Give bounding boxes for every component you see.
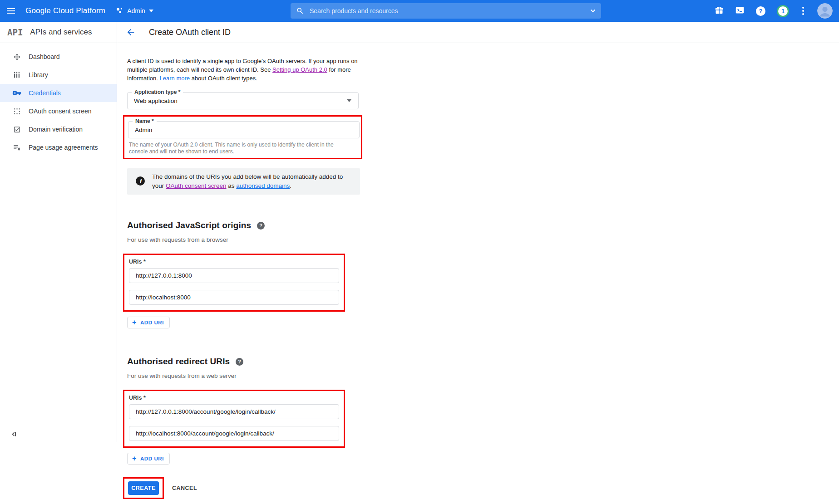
consent-screen-icon [12, 107, 21, 116]
learn-more-link[interactable]: Learn more [160, 75, 190, 82]
sidebar: Dashboard Library Credentials OAuth cons… [0, 43, 117, 504]
create-annotation-box: CREATE [123, 477, 164, 499]
sidebar-item-label: Credentials [29, 89, 61, 97]
name-helper-text: The name of your OAuth 2.0 client. This … [128, 142, 361, 155]
sidebar-item-label: Dashboard [29, 53, 60, 60]
sidebar-item-oauth-consent[interactable]: OAuth consent screen [0, 102, 117, 120]
js-origins-help-icon[interactable]: ? [257, 222, 265, 230]
sidebar-item-credentials[interactable]: Credentials [0, 84, 117, 102]
search-input[interactable] [310, 7, 590, 15]
redirect-uri-input[interactable] [129, 404, 339, 419]
application-type-value: Web application [134, 98, 347, 104]
topbar-actions: ? 1 [715, 0, 833, 22]
project-name: Admin [127, 7, 145, 15]
agreements-icon [12, 143, 21, 152]
back-arrow-icon[interactable] [125, 27, 136, 38]
chevron-down-icon [149, 10, 153, 12]
redirect-uris-section-header: Authorised redirect URIs ? [127, 357, 839, 367]
name-input[interactable] [128, 122, 360, 138]
api-logo: API [7, 27, 23, 37]
add-uri-label: ADD URI [140, 320, 164, 325]
authorised-domains-link[interactable]: authorised domains [236, 182, 290, 189]
product-header: API APIs and services Create OAuth clien… [0, 22, 839, 43]
product-header-left: API APIs and services [0, 27, 117, 37]
menu-icon[interactable] [0, 0, 22, 22]
sidebar-item-library[interactable]: Library [0, 66, 117, 84]
redirect-uris-annotation-box: URIs * [123, 390, 345, 448]
info-text-segment: . [290, 182, 291, 189]
top-app-bar: Google Cloud Platform Admin ? 1 [0, 0, 839, 22]
form-actions: CREATE CANCEL [127, 477, 839, 499]
sidebar-divider [117, 22, 117, 442]
info-text-segment: as [227, 182, 237, 189]
application-type-select[interactable]: Application type * Web application [127, 92, 359, 109]
sidebar-item-dashboard[interactable]: Dashboard [0, 48, 117, 66]
js-origins-annotation-box: URIs * [123, 254, 345, 312]
info-icon: i [136, 176, 145, 186]
info-note: i The domains of the URIs you add below … [127, 168, 360, 195]
create-button[interactable]: CREATE [128, 481, 159, 495]
name-label: Name * [133, 118, 157, 124]
cloud-shell-icon[interactable] [735, 5, 745, 17]
redirect-uris-subtitle: For use with requests from a web server [127, 372, 839, 379]
collapse-sidebar-icon[interactable] [9, 429, 19, 439]
intro-paragraph: A client ID is used to identify a single… [127, 57, 409, 83]
checkbox-icon [12, 125, 21, 134]
js-origins-title: Authorised JavaScript origins [127, 220, 251, 230]
search-chevron-down-icon[interactable] [590, 9, 596, 13]
add-uri-button[interactable]: + ADD URI [127, 317, 170, 328]
info-note-text: The domains of the URIs you add below wi… [152, 172, 343, 191]
application-type-label: Application type * [132, 89, 183, 95]
name-field: Name * [128, 121, 360, 138]
search-bar[interactable] [291, 3, 601, 19]
redirect-uris-label: URIs * [129, 394, 344, 401]
project-icon [115, 6, 123, 16]
js-origins-subtitle: For use with requests from a browser [127, 236, 839, 243]
plus-icon: + [132, 319, 137, 326]
oauth-consent-screen-link[interactable]: OAuth consent screen [166, 182, 227, 189]
library-icon [12, 70, 21, 79]
avatar[interactable] [817, 3, 833, 19]
page-title: Create OAuth client ID [149, 28, 231, 37]
js-origin-uri-input[interactable] [129, 290, 339, 305]
cancel-button[interactable]: CANCEL [172, 485, 197, 491]
key-icon [12, 88, 21, 98]
gift-icon[interactable] [715, 5, 724, 16]
sidebar-item-label: OAuth consent screen [29, 108, 92, 115]
plus-icon: + [132, 455, 137, 462]
notifications-badge[interactable]: 1 [777, 5, 789, 17]
dashboard-icon [12, 52, 21, 61]
select-caret-icon [347, 99, 351, 102]
name-annotation-box: Name * The name of your OAuth 2.0 client… [123, 115, 362, 159]
redirect-uris-help-icon[interactable]: ? [236, 358, 243, 366]
add-redirect-uri-button[interactable]: + ADD URI [127, 453, 170, 465]
sidebar-item-label: Page usage agreements [29, 144, 98, 151]
add-uri-label: ADD URI [140, 456, 164, 461]
sidebar-item-label: Library [29, 71, 48, 78]
js-origins-section-header: Authorised JavaScript origins ? [127, 220, 839, 230]
sidebar-item-page-usage[interactable]: Page usage agreements [0, 138, 117, 157]
brand-title: Google Cloud Platform [25, 6, 105, 15]
redirect-uri-input[interactable] [129, 426, 339, 441]
sidebar-item-label: Domain verification [29, 126, 83, 133]
project-switcher[interactable]: Admin [115, 6, 153, 16]
main-content: A client ID is used to identify a single… [117, 43, 839, 504]
redirect-uris-title: Authorised redirect URIs [127, 357, 230, 367]
search-icon [296, 7, 304, 15]
product-name: APIs and services [30, 28, 92, 37]
setting-up-oauth-link[interactable]: Setting up OAuth 2.0 [272, 66, 327, 73]
intro-text: about OAuth client types. [190, 75, 257, 82]
js-origin-uri-input[interactable] [129, 268, 339, 283]
help-icon[interactable]: ? [756, 6, 765, 16]
sidebar-item-domain-verification[interactable]: Domain verification [0, 120, 117, 138]
js-origins-uris-label: URIs * [129, 258, 344, 265]
more-options-icon[interactable] [800, 5, 806, 17]
